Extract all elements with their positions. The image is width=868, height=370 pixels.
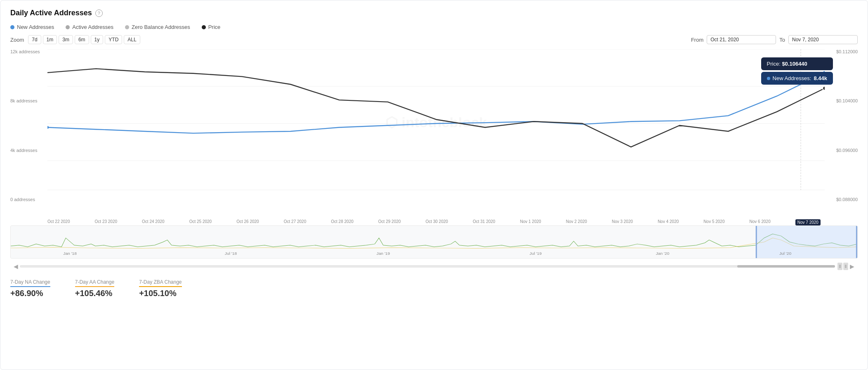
x-label-7: Oct 29 2020 (378, 219, 401, 225)
scroll-track[interactable] (20, 265, 835, 268)
stat-7d-na: 7-Day NA Change +86.90% (10, 279, 50, 298)
svg-text:Jan '20: Jan '20 (656, 251, 670, 256)
y-left-top: 12k addresses (10, 49, 44, 54)
resize-handle-left[interactable] (837, 263, 842, 270)
tooltip-new-addresses: New Addresses: 8.44k (761, 72, 833, 85)
legend-label-new-addresses: New Addresses (17, 24, 54, 30)
x-label-9: Oct 31 2020 (473, 219, 495, 225)
tooltip-price-value: $0.106440 (782, 61, 807, 67)
tooltip-na-value: 8.44k (814, 75, 827, 81)
scroll-thumb[interactable] (737, 265, 835, 268)
x-label-5: Oct 27 2020 (284, 219, 306, 225)
x-label-14: Nov 5 2020 (703, 219, 724, 225)
card-title: Daily Active Addresses (10, 9, 92, 17)
x-label-4: Oct 26 2020 (236, 219, 259, 225)
y-left-bot: 0 addresses (10, 197, 44, 202)
y-left-mid2: 4k addresses (10, 148, 44, 153)
zoom-7d[interactable]: 7d (28, 35, 41, 44)
x-label-2: Oct 24 2020 (142, 219, 164, 225)
x-label-8: Oct 30 2020 (425, 219, 448, 225)
y-left-mid1: 8k addresses (10, 98, 44, 103)
controls-row: Zoom 7d 1m 3m 6m 1y YTD ALL From To (10, 35, 858, 44)
x-label-0: Oct 22 2020 (47, 219, 70, 225)
x-label-16: Nov 7 2020 (795, 219, 821, 225)
y-right-top: $0.112000 (828, 49, 858, 54)
date-range: From To (691, 35, 858, 44)
x-label-3: Oct 25 2020 (189, 219, 212, 225)
stat-label-7d-aa: 7-Day AA Change (75, 279, 114, 287)
legend-dot-new-addresses (10, 25, 14, 29)
chart-svg: ⬡ intotheblock (47, 49, 825, 198)
x-label-10: Nov 1 2020 (520, 219, 541, 225)
svg-text:Jul '19: Jul '19 (530, 251, 542, 256)
zoom-1y[interactable]: 1y (91, 35, 104, 44)
na-dot-0 (47, 126, 49, 129)
x-label-11: Nov 2 2020 (566, 219, 587, 225)
zoom-6m[interactable]: 6m (75, 35, 89, 44)
to-date-input[interactable] (788, 35, 858, 44)
zoom-all[interactable]: ALL (124, 35, 140, 44)
x-label-13: Nov 4 2020 (658, 219, 679, 225)
from-date-input[interactable] (707, 35, 776, 44)
stat-value-7d-aa: +105.46% (75, 289, 114, 298)
y-right-mid2: $0.096000 (828, 148, 858, 153)
legend-item-new-addresses[interactable]: New Addresses (10, 24, 54, 30)
legend: New Addresses Active Addresses Zero Bala… (10, 24, 858, 30)
resize-handle-right[interactable] (843, 263, 848, 270)
scroll-right-btn[interactable]: ▶ (848, 263, 856, 270)
stat-7d-zba: 7-Day ZBA Change +105.10% (139, 279, 182, 298)
y-right-bot: $0.088000 (828, 197, 858, 202)
from-label: From (691, 37, 703, 43)
x-label-6: Oct 28 2020 (331, 219, 353, 225)
range-scroll: ◀ ▶ (10, 262, 858, 271)
x-label-12: Nov 3 2020 (612, 219, 633, 225)
svg-text:Jan '18: Jan '18 (63, 251, 77, 256)
x-label-1: Oct 23 2020 (95, 219, 117, 225)
zoom-label: Zoom (10, 37, 24, 43)
stat-7d-aa: 7-Day AA Change +105.46% (75, 279, 114, 298)
tooltip-price: Price: $0.106440 (761, 57, 833, 70)
main-chart-area: 12k addresses 8k addresses 4k addresses … (10, 49, 858, 214)
x-label-15: Nov 6 2020 (750, 219, 771, 225)
price-line (47, 69, 825, 147)
stat-label-7d-na: 7-Day NA Change (10, 279, 50, 287)
mini-chart-svg: Jan '18 Jul '18 Jan '19 Jul '19 Jan '20 … (11, 226, 857, 258)
legend-label-zero-balance: Zero Balance Addresses (132, 24, 190, 30)
scroll-resize-handles (837, 263, 848, 270)
y-axis-left: 12k addresses 8k addresses 4k addresses … (10, 49, 47, 202)
legend-dot-active-addresses (66, 25, 70, 29)
zoom-controls: Zoom 7d 1m 3m 6m 1y YTD ALL (10, 35, 140, 44)
legend-item-active-addresses[interactable]: Active Addresses (66, 24, 113, 30)
range-right-handle[interactable] (856, 226, 857, 258)
zoom-1m[interactable]: 1m (43, 35, 57, 44)
legend-dot-price (202, 25, 206, 29)
price-dot-end (823, 86, 825, 90)
legend-label-price: Price (208, 24, 221, 30)
tooltip-container: Price: $0.106440 New Addresses: 8.44k (761, 57, 833, 85)
svg-text:Jan '19: Jan '19 (377, 251, 390, 256)
stat-label-7d-zba: 7-Day ZBA Change (139, 279, 182, 287)
legend-item-zero-balance[interactable]: Zero Balance Addresses (125, 24, 190, 30)
svg-rect-7 (11, 226, 857, 258)
mini-chart-area[interactable]: Jan '18 Jul '18 Jan '19 Jul '19 Jan '20 … (10, 225, 858, 259)
range-left-handle[interactable] (756, 226, 757, 258)
stat-value-7d-na: +86.90% (10, 289, 50, 298)
svg-text:Jul '18: Jul '18 (225, 251, 237, 256)
help-icon[interactable]: ? (95, 9, 103, 17)
zoom-ytd[interactable]: YTD (105, 35, 122, 44)
to-label: To (779, 37, 785, 43)
legend-dot-zero-balance (125, 25, 129, 29)
stat-value-7d-zba: +105.10% (139, 289, 182, 298)
x-axis: Oct 22 2020 Oct 23 2020 Oct 24 2020 Oct … (10, 218, 858, 225)
legend-item-price[interactable]: Price (202, 24, 221, 30)
svg-text:Jul '20: Jul '20 (779, 251, 792, 256)
scroll-left-btn[interactable]: ◀ (12, 263, 20, 270)
zoom-3m[interactable]: 3m (59, 35, 73, 44)
main-card: Daily Active Addresses ? New Addresses A… (0, 0, 868, 370)
card-header: Daily Active Addresses ? (10, 9, 858, 17)
range-selector[interactable] (756, 226, 857, 258)
y-right-mid1: $0.104000 (828, 98, 858, 103)
stats-row: 7-Day NA Change +86.90% 7-Day AA Change … (10, 279, 858, 298)
tooltip-dot (767, 77, 770, 80)
legend-label-active-addresses: Active Addresses (72, 24, 113, 30)
